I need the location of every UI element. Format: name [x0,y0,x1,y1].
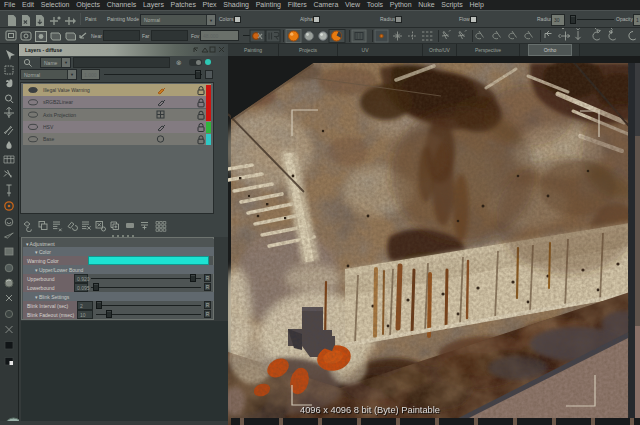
svg-text:4096 x 4096 8 bit (Byte) Pain: 4096 x 4096 8 bit (Byte) Paintable [300,405,440,415]
